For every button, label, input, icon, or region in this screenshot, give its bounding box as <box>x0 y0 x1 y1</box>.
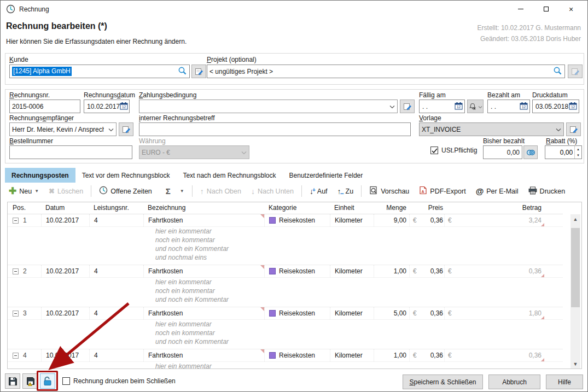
invoice-item[interactable]: 3 10.02.2017 4 Fahrtkosten Reisekosten K… <box>8 307 563 349</box>
collapse-row-icon[interactable] <box>13 268 19 274</box>
scroll-up-icon[interactable]: ▲ <box>570 214 580 224</box>
print-on-close-row[interactable]: Rechnung drucken beim Schließen <box>62 377 176 385</box>
drucken-button[interactable]: Drucken <box>525 185 569 198</box>
rechnungsempfaenger-edit-button[interactable] <box>119 122 133 136</box>
zahlungsbedingung-combo[interactable] <box>139 100 398 113</box>
rabatt-spinner[interactable]: ▲ ▼ <box>545 145 582 159</box>
save-close-button[interactable]: Speichern & Schließen <box>403 375 483 389</box>
calendar-icon[interactable]: 12 <box>569 102 577 112</box>
col-preis[interactable]: Preis <box>420 202 444 214</box>
maximize-button[interactable] <box>533 1 558 17</box>
invoice-item[interactable]: 4 10.02.2017 4 Fahrtkosten Reisekosten K… <box>8 349 563 369</box>
col-datum[interactable]: Datum <box>41 202 89 214</box>
vorlage-edit-button[interactable] <box>566 122 581 136</box>
summen-button[interactable]: Σ ▼ <box>158 185 188 197</box>
chevron-down-icon[interactable]: ▼ <box>180 189 184 194</box>
bezahlt-am-input[interactable]: . . 12 <box>487 100 530 113</box>
calendar-icon[interactable]: 12 <box>520 102 528 112</box>
vertical-scrollbar[interactable]: ▲ ▼ <box>570 214 580 368</box>
item-row[interactable]: 4 10.02.2017 4 Fahrtkosten Reisekosten K… <box>8 349 563 362</box>
faellig-am-input[interactable]: . . 12 <box>419 100 465 113</box>
bell-icon <box>469 103 476 110</box>
invoice-edit-window: Rechnung × Rechnung bearbeiten (*) Hier … <box>0 0 588 392</box>
betreff-input[interactable] <box>139 122 411 136</box>
unlock-button[interactable] <box>40 373 55 389</box>
neu-button[interactable]: ✚ Neu ▼ <box>5 186 43 197</box>
projekt-value: < ungültiges Projekt > <box>209 68 273 75</box>
col-einheit[interactable]: Einheit <box>330 202 374 214</box>
kunde-input[interactable]: [1245] Alpha GmbH <box>9 65 190 78</box>
search-icon[interactable] <box>553 66 562 77</box>
col-kategorie[interactable]: Kategorie <box>264 202 330 214</box>
edit-icon <box>571 67 580 76</box>
calendar-icon[interactable]: 12 <box>455 102 463 112</box>
floppy-icon <box>8 377 18 386</box>
zu-button[interactable]: ↑− Zu <box>334 185 358 197</box>
bestellnummer-input[interactable] <box>9 145 132 159</box>
item-comment: und noch ein Kommentar <box>155 244 563 253</box>
rechnungsempfaenger-label: Rechnungsempfänger <box>9 114 74 122</box>
projekt-input[interactable]: < ungültiges Projekt > <box>207 65 565 78</box>
help-button[interactable]: Hilfe <box>546 375 583 389</box>
rechnungsempfaenger-combo[interactable]: Herr Dr. Meier, Kevin / Ansprechp <box>9 122 117 136</box>
invoice-item[interactable]: 2 10.02.2017 4 Fahrtkosten Reisekosten K… <box>8 265 563 307</box>
col-betrag[interactable]: Betrag <box>455 202 544 214</box>
app-clock-icon <box>6 4 15 15</box>
print-on-close-label: Rechnung drucken beim Schließen <box>73 377 176 385</box>
projekt-edit-button[interactable] <box>568 65 583 78</box>
rechnungsdatum-input[interactable]: 10.02.2017 12 <box>84 100 130 113</box>
coins-icon <box>526 149 535 156</box>
loeschen-button[interactable]: ✖ Löschen <box>45 185 87 197</box>
close-button[interactable]: × <box>558 1 584 17</box>
col-menge[interactable]: Menge <box>374 202 409 214</box>
spin-down-icon[interactable]: ▼ <box>575 153 581 159</box>
bisher-bezahlt-input[interactable]: 0,00 <box>483 145 522 159</box>
save-with-warning-button[interactable] <box>22 373 38 389</box>
collapse-row-icon[interactable] <box>13 218 19 224</box>
auf-button[interactable]: ↓+ Auf <box>306 185 331 197</box>
chevron-down-icon[interactable]: ▼ <box>34 189 39 194</box>
item-row[interactable]: 1 10.02.2017 4 Fahrtkosten Reisekosten K… <box>8 214 563 227</box>
vorschau-button[interactable]: Vorschau <box>365 184 413 198</box>
ust-pflichtig-checkbox-row[interactable]: USt.Pflichtig <box>430 147 477 154</box>
reminder-bell-button[interactable] <box>467 100 484 113</box>
note-marker-icon <box>540 223 544 226</box>
col-leistungsnr[interactable]: Leistungsnr. <box>89 202 143 214</box>
scrollbar-thumb[interactable] <box>571 228 580 307</box>
tab-benutzerdefinierte-felder[interactable]: Benutzerdefinierte Felder <box>283 168 370 183</box>
tab-rechnungsposten[interactable]: Rechnungsposten <box>5 168 75 183</box>
pdf-export-button[interactable]: A PDF-Export <box>415 184 469 198</box>
col-pos[interactable]: Pos. <box>8 202 41 214</box>
druckdatum-input[interactable]: 03.05.2018 12 <box>532 100 579 113</box>
item-kategorie: Reisekosten <box>279 309 315 317</box>
kunde-edit-button[interactable] <box>191 65 206 78</box>
print-on-close-checkbox[interactable] <box>62 377 70 385</box>
offene-zeiten-button[interactable]: Offene Zeiten <box>95 184 156 198</box>
invoice-item[interactable]: 1 10.02.2017 4 Fahrtkosten Reisekosten K… <box>8 214 563 265</box>
tab-text-vor-rechnungsblock[interactable]: Text vor dem Rechnungsblock <box>75 168 177 183</box>
collapse-row-icon[interactable] <box>13 311 19 317</box>
calendar-icon[interactable]: 12 <box>120 102 128 112</box>
item-row[interactable]: 3 10.02.2017 4 Fahrtkosten Reisekosten K… <box>8 307 563 320</box>
cancel-button[interactable]: Abbruch <box>488 375 540 389</box>
spin-up-icon[interactable]: ▲ <box>575 146 581 153</box>
item-row[interactable]: 2 10.02.2017 4 Fahrtkosten Reisekosten K… <box>8 265 563 278</box>
col-bezeichnung[interactable]: Bezeichnung <box>143 202 264 214</box>
rabatt-input[interactable] <box>545 146 574 159</box>
search-icon[interactable] <box>178 66 187 77</box>
minimize-button[interactable] <box>508 1 533 17</box>
payments-button[interactable] <box>523 145 538 159</box>
rechnungsnr-input[interactable]: 2015-0006 <box>9 100 80 113</box>
nach-unten-button[interactable]: ↓ Nach Unten <box>247 185 298 197</box>
tab-text-nach-rechnungsblock[interactable]: Text nach dem Rechnungsblock <box>176 168 282 183</box>
per-email-button[interactable]: @ Per E-Mail <box>472 185 522 197</box>
item-comment: noch ein kommentar <box>155 236 563 244</box>
ust-pflichtig-checkbox[interactable] <box>430 147 438 154</box>
save-button[interactable] <box>5 373 20 389</box>
nach-oben-button[interactable]: ↑ Nach Oben <box>196 185 245 197</box>
vorlage-combo[interactable]: XT_INVOICE <box>419 122 564 136</box>
collapse-row-icon[interactable] <box>13 353 19 359</box>
zahlungsbedingung-edit-button[interactable] <box>400 100 415 113</box>
svg-text:12: 12 <box>522 105 526 109</box>
scroll-down-icon[interactable]: ▼ <box>570 359 580 368</box>
